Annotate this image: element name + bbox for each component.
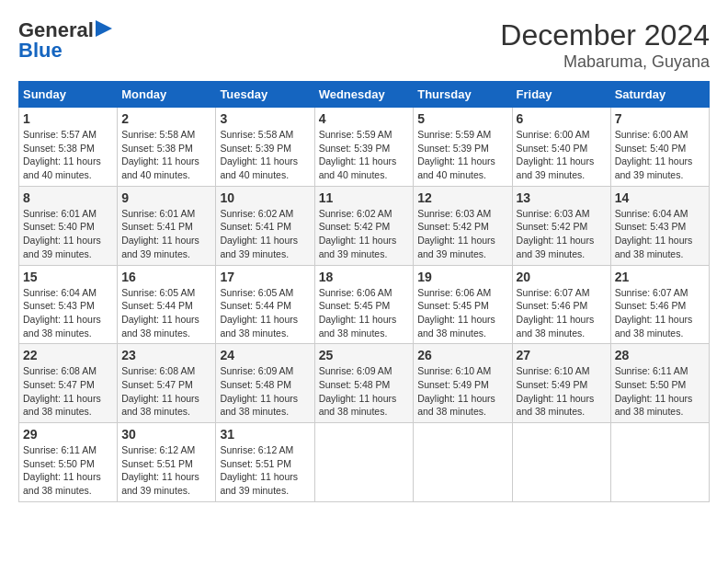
title-section: December 2024 Mabaruma, Guyana: [500, 18, 710, 72]
calendar-cell: 17 Sunrise: 6:05 AM Sunset: 5:44 PM Dayl…: [216, 265, 314, 344]
calendar-header: SundayMondayTuesdayWednesdayThursdayFrid…: [19, 82, 710, 108]
day-info: Sunrise: 6:05 AM Sunset: 5:44 PM Dayligh…: [121, 286, 211, 340]
calendar-cell: 13 Sunrise: 6:03 AM Sunset: 5:42 PM Dayl…: [512, 186, 610, 265]
calendar-cell: 14 Sunrise: 6:04 AM Sunset: 5:43 PM Dayl…: [610, 186, 709, 265]
day-info: Sunrise: 5:58 AM Sunset: 5:39 PM Dayligh…: [220, 128, 310, 182]
day-number: 15: [23, 270, 113, 284]
day-header-tuesday: Tuesday: [216, 82, 314, 108]
day-number: 26: [417, 348, 507, 362]
day-number: 5: [417, 111, 507, 126]
day-info: Sunrise: 6:06 AM Sunset: 5:45 PM Dayligh…: [417, 286, 507, 340]
day-header-sunday: Sunday: [19, 82, 118, 108]
calendar-week-4: 22 Sunrise: 6:08 AM Sunset: 5:47 PM Dayl…: [19, 344, 710, 423]
day-number: 29: [23, 427, 113, 442]
day-header-monday: Monday: [118, 82, 216, 108]
calendar-cell: 12 Sunrise: 6:03 AM Sunset: 5:42 PM Dayl…: [414, 186, 512, 265]
calendar-cell: 11 Sunrise: 6:02 AM Sunset: 5:42 PM Dayl…: [314, 186, 414, 265]
day-info: Sunrise: 6:02 AM Sunset: 5:41 PM Dayligh…: [220, 207, 310, 261]
calendar-cell: 29 Sunrise: 6:11 AM Sunset: 5:50 PM Dayl…: [19, 423, 118, 502]
day-info: Sunrise: 5:58 AM Sunset: 5:38 PM Dayligh…: [121, 128, 211, 182]
day-number: 28: [615, 348, 705, 362]
day-info: Sunrise: 5:59 AM Sunset: 5:39 PM Dayligh…: [319, 128, 410, 182]
day-number: 2: [121, 111, 211, 126]
calendar-cell: [512, 423, 610, 502]
calendar-cell: 16 Sunrise: 6:05 AM Sunset: 5:44 PM Dayl…: [118, 265, 216, 344]
day-number: 27: [517, 348, 607, 362]
day-number: 7: [615, 111, 705, 126]
day-info: Sunrise: 5:59 AM Sunset: 5:39 PM Dayligh…: [417, 128, 507, 182]
day-number: 4: [319, 111, 410, 126]
day-number: 30: [121, 427, 211, 442]
calendar-cell: 31 Sunrise: 6:12 AM Sunset: 5:51 PM Dayl…: [216, 423, 314, 502]
calendar-cell: 19 Sunrise: 6:06 AM Sunset: 5:45 PM Dayl…: [414, 265, 512, 344]
page-header: General Blue December 2024 Mabaruma, Guy…: [18, 18, 710, 72]
day-number: 21: [615, 270, 705, 284]
svg-marker-0: [96, 20, 112, 37]
calendar-cell: 30 Sunrise: 6:12 AM Sunset: 5:51 PM Dayl…: [118, 423, 216, 502]
calendar-body: 1 Sunrise: 5:57 AM Sunset: 5:38 PM Dayli…: [19, 108, 710, 502]
day-number: 3: [220, 111, 310, 126]
day-header-friday: Friday: [512, 82, 610, 108]
calendar-cell: 1 Sunrise: 5:57 AM Sunset: 5:38 PM Dayli…: [19, 108, 118, 187]
day-number: 19: [417, 270, 507, 284]
day-number: 31: [220, 427, 310, 442]
calendar-cell: 5 Sunrise: 5:59 AM Sunset: 5:39 PM Dayli…: [414, 108, 512, 187]
calendar-cell: 18 Sunrise: 6:06 AM Sunset: 5:45 PM Dayl…: [314, 265, 414, 344]
day-header-saturday: Saturday: [610, 82, 709, 108]
day-number: 10: [220, 190, 310, 205]
calendar-cell: 28 Sunrise: 6:11 AM Sunset: 5:50 PM Dayl…: [610, 344, 709, 423]
calendar-cell: 20 Sunrise: 6:07 AM Sunset: 5:46 PM Dayl…: [512, 265, 610, 344]
calendar-title: December 2024: [500, 18, 710, 52]
calendar-cell: 6 Sunrise: 6:00 AM Sunset: 5:40 PM Dayli…: [512, 108, 610, 187]
day-info: Sunrise: 6:12 AM Sunset: 5:51 PM Dayligh…: [220, 443, 310, 498]
day-info: Sunrise: 6:03 AM Sunset: 5:42 PM Dayligh…: [517, 207, 607, 261]
calendar-subtitle: Mabaruma, Guyana: [500, 52, 710, 72]
day-info: Sunrise: 5:57 AM Sunset: 5:38 PM Dayligh…: [23, 128, 113, 182]
day-info: Sunrise: 6:07 AM Sunset: 5:46 PM Dayligh…: [517, 286, 607, 340]
day-info: Sunrise: 6:10 AM Sunset: 5:49 PM Dayligh…: [517, 364, 607, 419]
logo-text-blue: Blue: [18, 39, 63, 63]
calendar-cell: 9 Sunrise: 6:01 AM Sunset: 5:41 PM Dayli…: [118, 186, 216, 265]
day-number: 14: [615, 190, 705, 205]
day-number: 24: [220, 348, 310, 362]
day-info: Sunrise: 6:08 AM Sunset: 5:47 PM Dayligh…: [121, 364, 211, 419]
calendar-cell: 21 Sunrise: 6:07 AM Sunset: 5:46 PM Dayl…: [610, 265, 709, 344]
calendar-cell: 3 Sunrise: 5:58 AM Sunset: 5:39 PM Dayli…: [216, 108, 314, 187]
calendar-cell: 7 Sunrise: 6:00 AM Sunset: 5:40 PM Dayli…: [610, 108, 709, 187]
calendar-cell: [314, 423, 414, 502]
day-info: Sunrise: 6:03 AM Sunset: 5:42 PM Dayligh…: [417, 207, 507, 261]
day-header-wednesday: Wednesday: [314, 82, 414, 108]
day-number: 12: [417, 190, 507, 205]
day-number: 1: [23, 111, 113, 126]
day-info: Sunrise: 6:04 AM Sunset: 5:43 PM Dayligh…: [615, 207, 705, 261]
day-header-row: SundayMondayTuesdayWednesdayThursdayFrid…: [19, 82, 710, 108]
calendar-cell: 24 Sunrise: 6:09 AM Sunset: 5:48 PM Dayl…: [216, 344, 314, 423]
calendar-cell: 27 Sunrise: 6:10 AM Sunset: 5:49 PM Dayl…: [512, 344, 610, 423]
calendar-cell: 10 Sunrise: 6:02 AM Sunset: 5:41 PM Dayl…: [216, 186, 314, 265]
calendar-week-1: 1 Sunrise: 5:57 AM Sunset: 5:38 PM Dayli…: [19, 108, 710, 187]
day-info: Sunrise: 6:08 AM Sunset: 5:47 PM Dayligh…: [23, 364, 113, 419]
logo-arrow-icon: [96, 20, 112, 37]
day-number: 9: [121, 190, 211, 205]
calendar-cell: 22 Sunrise: 6:08 AM Sunset: 5:47 PM Dayl…: [19, 344, 118, 423]
calendar-cell: 2 Sunrise: 5:58 AM Sunset: 5:38 PM Dayli…: [118, 108, 216, 187]
calendar-cell: 4 Sunrise: 5:59 AM Sunset: 5:39 PM Dayli…: [314, 108, 414, 187]
day-number: 20: [517, 270, 607, 284]
calendar-cell: [610, 423, 709, 502]
day-number: 11: [319, 190, 410, 205]
calendar-cell: 8 Sunrise: 6:01 AM Sunset: 5:40 PM Dayli…: [19, 186, 118, 265]
calendar-table: SundayMondayTuesdayWednesdayThursdayFrid…: [18, 81, 710, 502]
day-info: Sunrise: 6:11 AM Sunset: 5:50 PM Dayligh…: [615, 364, 705, 419]
day-info: Sunrise: 6:06 AM Sunset: 5:45 PM Dayligh…: [319, 286, 410, 340]
calendar-cell: 26 Sunrise: 6:10 AM Sunset: 5:49 PM Dayl…: [414, 344, 512, 423]
day-number: 16: [121, 270, 211, 284]
day-number: 22: [23, 348, 113, 362]
day-number: 13: [517, 190, 607, 205]
calendar-cell: 15 Sunrise: 6:04 AM Sunset: 5:43 PM Dayl…: [19, 265, 118, 344]
day-info: Sunrise: 6:00 AM Sunset: 5:40 PM Dayligh…: [615, 128, 705, 182]
logo: General Blue: [18, 18, 112, 63]
day-info: Sunrise: 6:00 AM Sunset: 5:40 PM Dayligh…: [517, 128, 607, 182]
day-number: 18: [319, 270, 410, 284]
day-info: Sunrise: 6:05 AM Sunset: 5:44 PM Dayligh…: [220, 286, 310, 340]
calendar-week-3: 15 Sunrise: 6:04 AM Sunset: 5:43 PM Dayl…: [19, 265, 710, 344]
